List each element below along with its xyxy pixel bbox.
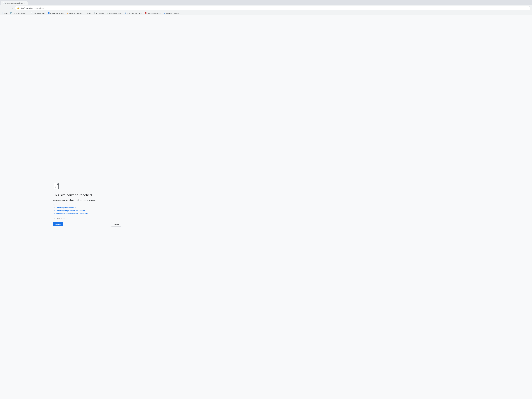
bookmark-highres-label: High Resolution Se...	[147, 13, 161, 14]
bookmark-tf3dm[interactable]: 3D TF3DM - 3D Model...	[47, 12, 65, 15]
bookmark-freeicons[interactable]: ℹ Free Icons and PNG...	[124, 12, 143, 15]
bookmark-steam[interactable]: ◎ Welcome to Steam	[163, 12, 180, 15]
nav-bar: ← → ↻ 🔒 https://store.steampowered.com	[0, 5, 532, 11]
svg-point-1	[56, 186, 56, 187]
bookmark-steam-icon: ◎	[164, 12, 165, 14]
bookmark-cycles-icon: 🔄	[10, 12, 12, 14]
url-text: https://store.steampowered.com	[20, 7, 44, 9]
error-try-label: Try:	[53, 203, 56, 205]
suggestion-diagnostics[interactable]: Running Windows Network Diagnostics	[56, 212, 88, 214]
error-code: ERR_TIMED_OUT	[53, 217, 66, 219]
bookmarks-bar: ⠿ Apps 🔄 The Cycles Shader E... 📄 Free H…	[0, 11, 532, 15]
bookmark-official[interactable]: ✔ The Official Home...	[106, 12, 123, 15]
tab-favicon: 📄	[3, 2, 5, 4]
details-button[interactable]: Details	[111, 222, 121, 227]
bookmark-highres[interactable]: B High Resolution Se...	[144, 12, 162, 15]
reload-button[interactable]: ↻	[11, 6, 14, 10]
bookmark-blend-icon: ➤	[67, 12, 69, 14]
tab-bar: 📄 store.steampowered.com × +	[0, 0, 532, 5]
active-tab[interactable]: 📄 store.steampowered.com ×	[1, 1, 28, 5]
suggestion-proxy[interactable]: Checking the proxy and the firewall	[56, 209, 88, 211]
bookmark-blend[interactable]: ➤ Welcome to Blend...	[66, 12, 84, 15]
bookmark-3dart[interactable]: ✦ 3d art	[84, 12, 92, 15]
bookmark-tf3dm-label: TF3DM - 3D Model...	[50, 13, 64, 14]
error-domain: store.steampowered.com	[53, 199, 75, 201]
bookmark-cycles-label: The Cycles Shader E...	[13, 13, 28, 14]
address-bar[interactable]: 🔒 https://store.steampowered.com	[15, 6, 530, 10]
bookmark-sibl[interactable]: 🔍 sIBL Archive	[93, 12, 105, 15]
bookmark-hdr-icon: 📄	[31, 12, 32, 14]
bookmark-official-icon: ✔	[107, 12, 108, 14]
browser-window: 📄 store.steampowered.com × + ← → ↻ 🔒 htt…	[0, 0, 532, 399]
error-suggestions-list: Checking the connection Checking the pro…	[53, 207, 88, 215]
bookmark-cycles[interactable]: 🔄 The Cycles Shader E...	[9, 12, 29, 15]
lock-icon: 🔒	[17, 7, 19, 9]
bookmark-sibl-icon: 🔍	[94, 12, 95, 14]
bookmark-blend-label: Welcome to Blend...	[69, 13, 82, 14]
bookmark-steam-label: Welcome to Steam	[166, 13, 179, 14]
tab-close-button[interactable]: ×	[24, 2, 26, 4]
error-description-suffix: took too long to respond.	[75, 199, 96, 201]
bookmark-freeicons-icon: ℹ	[125, 12, 127, 14]
error-buttons: Reload Details	[53, 222, 132, 226]
bookmark-sibl-label: sIBL Archive	[96, 13, 104, 14]
bookmark-apps[interactable]: ⠿ Apps	[1, 12, 9, 15]
error-description: store.steampowered.com took too long to …	[53, 199, 96, 201]
new-tab-button[interactable]: +	[28, 1, 32, 5]
bookmark-official-label: The Official Home...	[109, 13, 122, 14]
bookmark-freeicons-label: Free Icons and PNG...	[127, 13, 142, 14]
bookmark-3dart-icon: ✦	[85, 12, 87, 14]
forward-button[interactable]: →	[6, 6, 10, 10]
bookmark-apps-label: Apps	[5, 13, 8, 14]
bookmark-hdr[interactable]: 📄 Free HDR Images	[30, 12, 46, 15]
bookmark-3dart-label: 3d art	[87, 13, 91, 14]
tab-title: store.steampowered.com	[5, 2, 23, 4]
page-content: This site can't be reached store.steampo…	[0, 15, 532, 399]
bookmark-tf3dm-icon: 3D	[48, 12, 50, 14]
back-button[interactable]: ←	[2, 6, 5, 10]
suggestion-connection[interactable]: Checking the connection	[56, 207, 88, 209]
bookmark-hdr-label: Free HDR Images	[33, 13, 45, 14]
reload-button-error[interactable]: Reload	[53, 222, 63, 226]
bookmark-apps-icon: ⠿	[2, 12, 4, 14]
error-title: This site can't be reached	[53, 193, 92, 197]
error-document-icon	[53, 183, 61, 190]
bookmark-highres-icon: B	[145, 12, 146, 14]
svg-point-2	[57, 186, 57, 187]
error-container: This site can't be reached store.steampo…	[53, 183, 132, 226]
